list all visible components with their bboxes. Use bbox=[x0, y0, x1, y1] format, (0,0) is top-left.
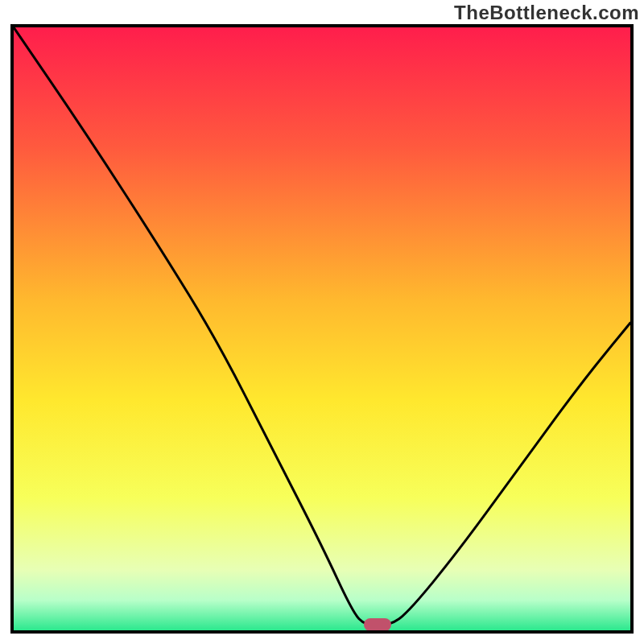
watermark-label: TheBottleneck.com bbox=[454, 2, 639, 24]
optimal-point-marker bbox=[364, 618, 391, 631]
plot-frame bbox=[10, 24, 634, 634]
plot-area bbox=[14, 27, 630, 630]
chart-root: TheBottleneck.com bbox=[0, 0, 644, 644]
bottleneck-curve bbox=[14, 27, 630, 630]
